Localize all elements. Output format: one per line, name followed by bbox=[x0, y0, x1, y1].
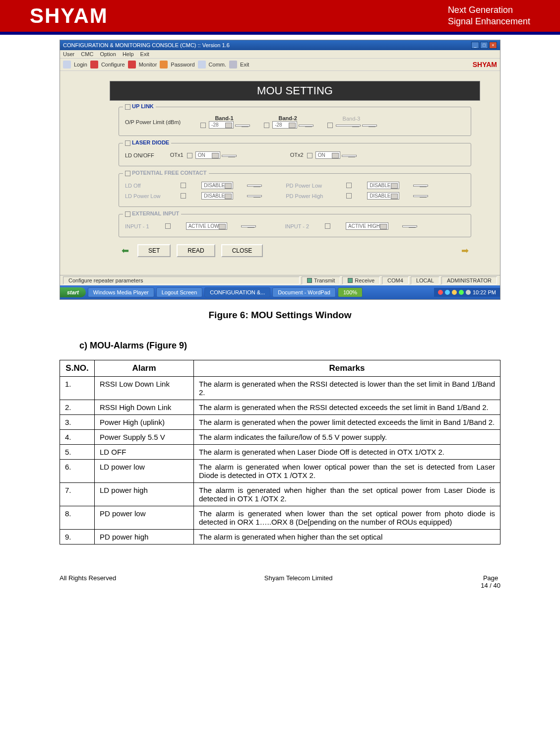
cell-alarm: PD power low bbox=[95, 506, 194, 530]
menu-option[interactable]: Option bbox=[100, 51, 116, 57]
uplink-title: UP LINK bbox=[132, 103, 154, 109]
password-button[interactable]: Password bbox=[171, 62, 194, 68]
task-conn[interactable]: 100% bbox=[338, 287, 363, 297]
toolbar-brand: SHYAM bbox=[473, 61, 497, 68]
task-item-3[interactable]: CONFIGURATION &... bbox=[204, 287, 270, 297]
table-row: 4.Power Supply 5.5 VThe alarm indicates … bbox=[60, 430, 500, 445]
band2-dropdown[interactable]: -28 bbox=[272, 121, 297, 129]
uplink-checkbox[interactable] bbox=[125, 104, 130, 110]
tray-clock: 10:22 PM bbox=[473, 289, 496, 295]
button-row: ⬅ SET READ CLOSE ➡ bbox=[119, 244, 471, 257]
otx1-dropdown[interactable]: ON bbox=[195, 151, 220, 159]
read-button[interactable]: READ bbox=[177, 244, 215, 257]
cell-remarks: The alarm is generated when higher than … bbox=[194, 530, 500, 545]
cell-sno: 5. bbox=[60, 445, 95, 460]
menubar: User CMC Option Help Exit bbox=[60, 50, 500, 59]
close-button[interactable]: CLOSE bbox=[221, 244, 263, 257]
pdlow-dropdown: DISABLE bbox=[367, 182, 399, 189]
close-icon[interactable]: × bbox=[489, 42, 497, 49]
set-button[interactable]: SET bbox=[137, 244, 171, 257]
band3-checkbox bbox=[327, 123, 333, 128]
task-item-2[interactable]: Logout Screen bbox=[156, 287, 203, 297]
footer-page-label: Page bbox=[481, 574, 500, 582]
group-external: EXTERNAL INPUT INPUT - 1 ACTIVE LOW INPU… bbox=[119, 214, 471, 237]
configure-icon bbox=[90, 61, 98, 68]
ldpowerlow-step bbox=[247, 195, 262, 197]
tray-icon-5[interactable] bbox=[466, 290, 471, 295]
tray-icon-3[interactable] bbox=[452, 290, 457, 295]
band1-dropdown[interactable]: -28 bbox=[209, 121, 234, 129]
status-mode: LOCAL bbox=[411, 276, 439, 284]
cell-alarm: RSSI Low Down Link bbox=[95, 377, 194, 400]
status-com: COM4 bbox=[382, 276, 409, 284]
cell-alarm: Power High (uplink) bbox=[95, 415, 194, 430]
brand-logo: SHYAM bbox=[30, 4, 108, 28]
task-item-4[interactable]: Document - WordPad bbox=[272, 287, 336, 297]
minimize-icon[interactable]: _ bbox=[471, 42, 479, 49]
window-titlebar: CONFIGURATION & MONITORING CONSOLE (CMC)… bbox=[60, 40, 500, 50]
cell-remarks: The alarm is generated when higher than … bbox=[194, 483, 500, 506]
band2-label: Band-2 bbox=[264, 115, 311, 121]
monitor-button[interactable]: Monitor bbox=[139, 62, 157, 68]
tray-icon-4[interactable] bbox=[459, 290, 464, 295]
menu-user[interactable]: User bbox=[63, 51, 74, 57]
input1-dropdown: ACTIVE LOW bbox=[186, 222, 228, 230]
alarms-table: S.NO. Alarm Remarks 1.RSSI Low Down Link… bbox=[60, 360, 500, 545]
otx1-checkbox[interactable] bbox=[187, 153, 192, 158]
band1-step[interactable] bbox=[235, 125, 250, 127]
comm-button[interactable]: Comm. bbox=[209, 62, 226, 68]
table-row: 9.PD power highThe alarm is generated wh… bbox=[60, 530, 500, 545]
otx1-step[interactable] bbox=[222, 155, 237, 157]
menu-exit[interactable]: Exit bbox=[140, 51, 149, 57]
login-icon bbox=[63, 61, 71, 68]
otx2-checkbox[interactable] bbox=[307, 153, 312, 158]
status-transmit: Transmit bbox=[302, 276, 340, 284]
ld-onoff-label: LD ON/OFF bbox=[125, 152, 154, 158]
header-sno: S.NO. bbox=[60, 360, 95, 377]
task-item-1[interactable]: Windows Media Player bbox=[88, 287, 154, 297]
band2-step[interactable] bbox=[299, 125, 313, 127]
cell-sno: 6. bbox=[60, 460, 95, 483]
band3-label: Band-3 bbox=[327, 116, 375, 122]
ldoff-checkbox bbox=[181, 183, 186, 188]
otx2-step[interactable] bbox=[342, 155, 357, 157]
cell-sno: 8. bbox=[60, 506, 95, 530]
input2-step bbox=[402, 225, 417, 227]
status-text: Configure repeater parameters bbox=[63, 276, 300, 284]
exit-button[interactable]: Exit bbox=[240, 62, 249, 68]
comm-icon bbox=[198, 61, 206, 68]
brand-header: SHYAM Next Generation Signal Enhancement bbox=[0, 0, 560, 35]
cell-remarks: The alarm is generated when lower optica… bbox=[194, 460, 500, 483]
menu-help[interactable]: Help bbox=[123, 51, 134, 57]
menu-cmc[interactable]: CMC bbox=[81, 51, 93, 57]
band3-step bbox=[362, 125, 377, 127]
maximize-icon[interactable]: □ bbox=[480, 42, 488, 49]
next-arrow-icon[interactable]: ➡ bbox=[458, 245, 471, 256]
pdlow-step bbox=[413, 185, 428, 187]
input1-checkbox bbox=[165, 223, 171, 229]
tray-icon-2[interactable] bbox=[445, 290, 450, 295]
configure-button[interactable]: Configure bbox=[101, 62, 125, 68]
external-checkbox bbox=[125, 211, 130, 217]
system-tray: 10:22 PM bbox=[434, 288, 500, 297]
password-icon bbox=[160, 61, 168, 68]
taskbar: start Windows Media Player Logout Screen… bbox=[60, 285, 500, 299]
tray-icon-1[interactable] bbox=[438, 290, 443, 295]
monitor-icon bbox=[128, 61, 136, 68]
band1-checkbox[interactable] bbox=[200, 123, 206, 128]
tagline-line1: Next Generation bbox=[448, 4, 530, 16]
window-title: CONFIGURATION & MONITORING CONSOLE (CMC)… bbox=[63, 42, 230, 48]
laser-checkbox[interactable] bbox=[125, 140, 130, 146]
cell-sno: 4. bbox=[60, 430, 95, 445]
otx2-dropdown[interactable]: ON bbox=[315, 151, 340, 159]
header-alarm: Alarm bbox=[95, 360, 194, 377]
cell-alarm: LD power high bbox=[95, 483, 194, 506]
transmit-led-icon bbox=[307, 278, 312, 283]
prev-arrow-icon[interactable]: ⬅ bbox=[119, 245, 131, 256]
start-button[interactable]: start bbox=[60, 287, 86, 297]
tagline-line2: Signal Enhancement bbox=[448, 16, 530, 27]
band2-checkbox[interactable] bbox=[264, 123, 269, 128]
input1-step bbox=[241, 225, 256, 227]
cell-sno: 7. bbox=[60, 483, 95, 506]
login-button[interactable]: Login bbox=[74, 62, 87, 68]
